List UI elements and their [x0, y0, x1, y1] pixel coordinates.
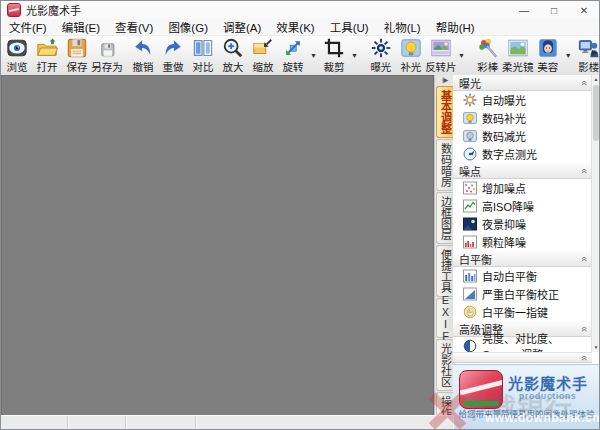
panel-item-spot-metering[interactable]: 数字点测光	[453, 145, 592, 163]
title-bar: 光影魔术手 — □ ✕	[1, 1, 599, 19]
menu-adjust[interactable]: 调整(A)	[223, 19, 261, 35]
promo-title: 光影魔术手	[508, 372, 588, 393]
panel-pin-icon[interactable]: ∥▶	[435, 75, 454, 85]
menu-edit[interactable]: 编辑(E)	[62, 19, 100, 35]
beauty-dropdown-arrow-icon[interactable]: ▼	[563, 36, 574, 75]
panel-item-wb-correction[interactable]: 严重白平衡校正	[453, 285, 592, 303]
menu-view[interactable]: 查看(V)	[115, 19, 153, 35]
collapse-icon[interactable]: «	[579, 256, 589, 262]
color-wand-button[interactable]: 彩棒	[473, 36, 503, 75]
section-header-noise[interactable]: 噪点 «	[453, 163, 592, 179]
collapse-icon[interactable]: «	[579, 326, 589, 332]
close-button[interactable]: ✕	[569, 1, 599, 19]
panel-scrollbar[interactable]: ▲ ▼	[591, 75, 600, 352]
compare-icon	[192, 37, 214, 59]
section-header-exposure[interactable]: 曝光 «	[453, 75, 592, 91]
panel-item-auto-white-balance[interactable]: 自动白平衡	[453, 267, 592, 285]
night-denoise-icon	[463, 217, 477, 231]
panel-item-high-iso-denoise[interactable]: 高ISO降噪	[453, 197, 592, 215]
open-button[interactable]: 打开	[32, 36, 62, 75]
undo-button[interactable]: 撤销	[128, 36, 158, 75]
collapse-icon[interactable]: «	[579, 80, 589, 86]
fill-light-icon	[400, 37, 422, 59]
beauty-icon	[537, 37, 559, 59]
tab-border-layer[interactable]: 边框图层	[436, 192, 454, 244]
wb-one-key-icon	[463, 305, 477, 319]
toolbar-overflow-icon[interactable]: ▶	[592, 48, 598, 57]
save-as-button[interactable]: 另存为	[92, 36, 122, 75]
menu-file[interactable]: 文件(F)	[9, 19, 47, 35]
app-window: 光影魔术手 — □ ✕ 文件(F) 编辑(E) 查看(V) 图像(G) 调整(A…	[0, 0, 600, 430]
beauty-button[interactable]: 美容	[533, 36, 563, 75]
tab-handy-tools[interactable]: 便捷工具	[436, 245, 454, 297]
save-as-icon	[96, 37, 118, 59]
section-header-white-balance[interactable]: 白平衡 «	[453, 251, 592, 267]
color-wand-icon	[477, 37, 499, 59]
collapse-icon[interactable]: «	[579, 355, 589, 361]
exposure-icon	[370, 37, 392, 59]
minimize-button[interactable]: —	[509, 1, 539, 19]
crop-dropdown-arrow-icon[interactable]: ▼	[349, 36, 360, 75]
menu-effects[interactable]: 效果(K)	[276, 19, 314, 35]
tab-basic-adjust[interactable]: 基本调整	[436, 86, 454, 138]
tab-community[interactable]: 光影社区	[436, 339, 454, 391]
scroll-up-icon[interactable]: ▲	[592, 75, 600, 84]
promo-subtitle: productions	[519, 391, 577, 401]
status-cell	[68, 416, 126, 430]
adjust-panel: 曝光 « 自动曝光 数码补光 数码减光 数字点测光 噪点 «	[453, 75, 600, 430]
resize-button[interactable]: 缩放	[248, 36, 278, 75]
add-noise-icon	[463, 181, 477, 195]
panel-list: 曝光 « 自动曝光 数码补光 数码减光 数字点测光 噪点 «	[453, 75, 592, 355]
side-tab-strip: ∥▶ 基本调整 数码暗房 边框图层 便捷工具 EXIF 光影社区 操作历史	[434, 75, 454, 430]
promo-banner[interactable]: 光影魔术手 productions 给您带来最简便易用的图像处理体验	[453, 364, 600, 430]
menu-gifts[interactable]: 礼物(L)	[384, 19, 421, 35]
auto-exposure-icon	[463, 93, 477, 107]
redo-button[interactable]: 重做	[158, 36, 188, 75]
maximize-button[interactable]: □	[539, 1, 569, 19]
scrollbar-thumb[interactable]	[593, 85, 599, 141]
status-cell	[1, 416, 68, 430]
section-header-partial[interactable]: «	[453, 352, 592, 363]
open-folder-icon	[36, 37, 58, 59]
soft-focus-icon	[507, 37, 529, 59]
panel-item-auto-exposure[interactable]: 自动曝光	[453, 91, 592, 109]
menu-help[interactable]: 帮助(H)	[436, 19, 475, 35]
rotate-button[interactable]: 旋转	[278, 36, 308, 75]
panel-item-night-denoise[interactable]: 夜景抑噪	[453, 215, 592, 233]
collapse-icon[interactable]: «	[579, 168, 589, 174]
scroll-down-icon[interactable]: ▼	[592, 343, 600, 352]
panel-item-digital-dim-light[interactable]: 数码减光	[453, 127, 592, 145]
panel-item-add-noise[interactable]: 增加噪点	[453, 179, 592, 197]
crop-button[interactable]: 裁剪	[319, 36, 349, 75]
zoom-in-icon	[222, 37, 244, 59]
grain-denoise-icon	[463, 235, 477, 249]
fill-light-button[interactable]: 补光	[396, 36, 426, 75]
status-bar	[1, 415, 453, 430]
negative-film-dropdown-arrow-icon[interactable]: ▼	[456, 36, 467, 75]
panel-item-wb-one-key[interactable]: 白平衡一指键	[453, 303, 592, 321]
menu-bar: 文件(F) 编辑(E) 查看(V) 图像(G) 调整(A) 效果(K) 工具(U…	[1, 19, 599, 36]
exposure-button[interactable]: 曝光	[366, 36, 396, 75]
compare-button[interactable]: 对比	[188, 36, 218, 75]
menu-image[interactable]: 图像(G)	[168, 19, 208, 35]
spot-metering-icon	[463, 147, 477, 161]
soft-focus-button[interactable]: 柔光镜	[503, 36, 533, 75]
image-canvas	[1, 75, 434, 415]
save-button[interactable]: 保存	[62, 36, 92, 75]
rotate-dropdown-arrow-icon[interactable]: ▼	[308, 36, 319, 75]
panel-item-digital-fill-light[interactable]: 数码补光	[453, 109, 592, 127]
promo-app-icon	[459, 370, 503, 409]
browse-button[interactable]: 浏览	[2, 36, 32, 75]
status-cell	[196, 416, 453, 430]
tab-exif[interactable]: EXIF	[436, 298, 454, 338]
menu-tools[interactable]: 工具(U)	[330, 19, 369, 35]
panel-item-grain-denoise[interactable]: 颗粒降噪	[453, 233, 592, 251]
tab-digital-darkroom[interactable]: 数码暗房	[436, 139, 454, 191]
browse-icon	[6, 37, 28, 59]
negative-film-button[interactable]: 反转片	[426, 36, 456, 75]
save-icon	[66, 37, 88, 59]
auto-white-balance-icon	[463, 269, 477, 283]
zoom-in-button[interactable]: 放大	[218, 36, 248, 75]
toolbar: 浏览 打开 保存 另存为 撤销 重做 对比 放大	[1, 36, 599, 76]
undo-icon	[132, 37, 154, 59]
